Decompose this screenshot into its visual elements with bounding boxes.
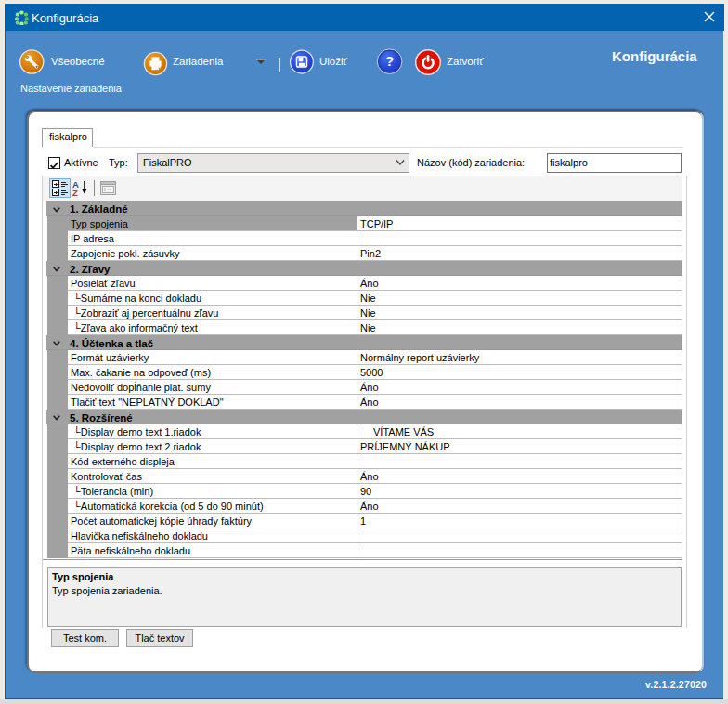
- svg-text:?: ?: [385, 54, 394, 69]
- svg-text:Z: Z: [72, 188, 78, 197]
